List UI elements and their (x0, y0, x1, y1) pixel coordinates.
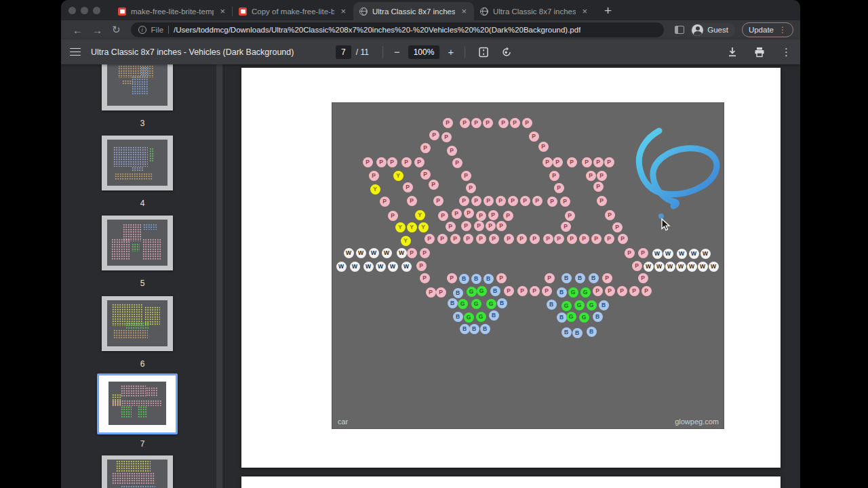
browser-tab[interactable]: make-free-lite-brite-template× (112, 2, 233, 20)
thumbnail-pattern-blob (121, 406, 131, 418)
peg-P: P (476, 234, 486, 244)
peg-P: P (471, 196, 481, 206)
peg-B: B (484, 274, 494, 284)
minimize-window-icon[interactable] (81, 7, 88, 14)
thumbnail-page-number: 7 (61, 439, 224, 449)
peg-P: P (632, 261, 642, 271)
pdf-actions: ⋮ (727, 46, 791, 58)
peg-P: P (508, 196, 518, 206)
peg-W: W (709, 262, 719, 272)
peg-P: P (376, 157, 387, 167)
close-icon[interactable]: × (218, 6, 226, 16)
peg-B: B (471, 274, 481, 284)
close-icon[interactable]: × (580, 6, 589, 16)
peg-P: P (605, 210, 615, 220)
thumbnail-preview (108, 382, 167, 425)
tab-title: Ultra Classic 8x7 inches - Vehi (372, 7, 455, 16)
peg-P: P (602, 273, 612, 283)
tab-list: make-free-lite-brite-template×Copy of ma… (112, 0, 595, 20)
toolbar-divider (382, 46, 383, 58)
side-panel-icon[interactable] (675, 26, 684, 34)
more-options-icon[interactable]: ⋮ (781, 46, 791, 58)
peg-P: P (426, 287, 436, 298)
rotate-icon[interactable] (501, 47, 512, 58)
update-label: Update (749, 26, 774, 34)
peg-P: P (407, 248, 417, 258)
thumbnail-pattern-blob (132, 243, 140, 251)
peg-P: P (474, 221, 484, 231)
peg-P: P (591, 234, 601, 244)
peg-P: P (416, 261, 427, 271)
peg-B: B (469, 324, 479, 334)
window-controls[interactable] (68, 7, 100, 14)
page-thumbnail-4[interactable] (102, 136, 173, 190)
profile-button[interactable]: Guest (690, 23, 735, 37)
download-icon[interactable] (727, 47, 738, 58)
forward-button[interactable]: → (87, 24, 107, 36)
browser-tab[interactable]: Copy of make-free-lite-brite-te× (233, 2, 353, 20)
peg-G: G (464, 312, 474, 323)
peg-P: P (461, 221, 471, 231)
peg-P: P (638, 248, 648, 258)
close-window-icon[interactable] (68, 7, 76, 14)
thumbnail-pattern-blob (111, 239, 130, 260)
info-icon[interactable]: i (138, 26, 146, 34)
annotation-dot (658, 214, 664, 219)
peg-B: B (599, 300, 609, 310)
peg-P: P (486, 221, 496, 231)
zoom-level-input[interactable]: 100% (408, 45, 440, 59)
browser-menu-icon[interactable]: ⋮ (778, 25, 787, 35)
peg-P: P (554, 183, 564, 193)
document-viewport[interactable]: car glowpeg.com PPPPPPPPPPPPPPPPPPPPPPPP… (224, 64, 800, 488)
close-icon[interactable]: × (460, 6, 468, 16)
page-thumbnail-5[interactable] (102, 216, 173, 270)
thumbnail-pattern-blob (132, 167, 144, 171)
peg-P: P (638, 273, 648, 283)
peg-P: P (437, 234, 448, 244)
browser-tab[interactable]: Ultra Classic 8x7 inches - Vehi× (474, 2, 595, 20)
page-thumbnail-7[interactable] (97, 373, 178, 434)
peg-P: P (484, 196, 494, 206)
fit-page-icon[interactable] (478, 47, 489, 58)
watermark-label: glowpeg.com (675, 418, 719, 426)
peg-Y: Y (401, 236, 411, 246)
peg-B: B (460, 324, 470, 334)
zoom-window-icon[interactable] (93, 7, 100, 14)
peg-B: B (557, 312, 567, 323)
thumbnail-pattern-blob (140, 66, 149, 75)
peg-P: P (452, 158, 462, 168)
peg-P: P (510, 118, 520, 128)
update-button[interactable]: Update ⋮ (742, 22, 793, 37)
peg-P: P (625, 248, 635, 258)
thumbnail-pattern-blob (146, 387, 159, 397)
page-thumbnail-8[interactable] (102, 455, 173, 488)
peg-P: P (532, 196, 542, 206)
peg-P: P (560, 197, 570, 207)
thumbnail-preview (107, 460, 167, 488)
pdf-page-7: car glowpeg.com PPPPPPPPPPPPPPPPPPPPPPPP… (241, 68, 781, 468)
browser-tab[interactable]: Ultra Classic 8x7 inches - Vehi× (353, 2, 474, 20)
print-icon[interactable] (754, 47, 765, 58)
new-tab-button[interactable]: + (604, 4, 612, 17)
zoom-in-button[interactable]: + (443, 46, 458, 58)
thumbnail-pattern-blob (116, 460, 151, 472)
menu-icon[interactable] (70, 48, 81, 56)
reload-button[interactable]: ↻ (107, 24, 125, 36)
peg-G: G (458, 299, 468, 309)
back-button[interactable]: ← (68, 24, 87, 36)
peg-W: W (369, 248, 379, 258)
page-thumbnail-6[interactable] (102, 296, 173, 351)
url-bar[interactable]: i File /Users/toddmcg/Downloads/Ultra%20… (131, 22, 665, 37)
peg-P: P (538, 142, 549, 152)
thumbnail-panel: 34567 (61, 64, 224, 488)
peg-P: P (466, 183, 476, 193)
close-icon[interactable]: × (339, 6, 347, 16)
page-thumbnail-3[interactable] (102, 64, 173, 110)
peg-B: B (557, 287, 567, 298)
peg-P: P (586, 171, 596, 181)
zoom-out-button[interactable]: − (390, 46, 404, 58)
peg-B: B (489, 310, 499, 321)
peg-B: B (593, 312, 603, 322)
page-number-input[interactable]: 7 (336, 45, 351, 59)
peg-W: W (689, 249, 699, 259)
